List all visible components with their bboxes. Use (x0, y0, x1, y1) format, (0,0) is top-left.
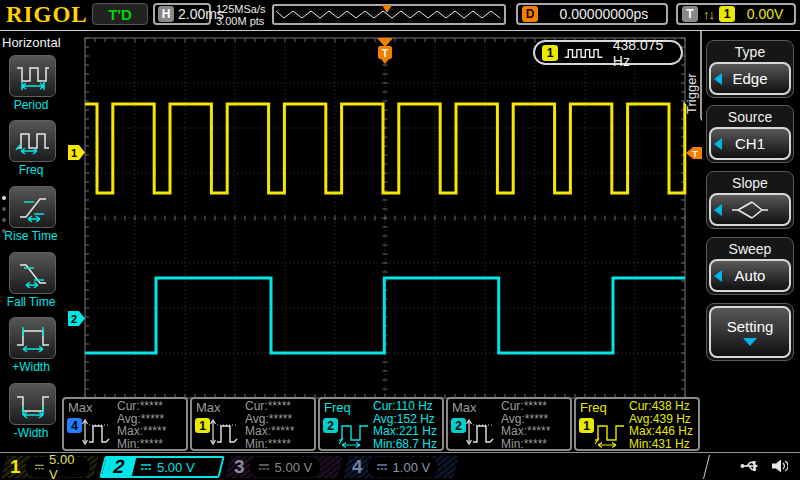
trigger-frequency-badge: 1 438.075 Hz (533, 40, 683, 65)
trigger-status-badge: T'D (92, 3, 148, 25)
measure-panel-max-ch1[interactable]: Max 1 Cur:***** Avg:***** Max:***** Min:… (190, 397, 316, 451)
horizontal-scale-chip[interactable]: H 2.00ms (153, 3, 211, 25)
down-triangle-icon (743, 338, 757, 346)
delay-icon: D (522, 6, 538, 22)
type-edge-button[interactable]: Edge (709, 62, 791, 95)
stat-cur: Cur:110 Hz (373, 400, 437, 413)
freq-measure-icon (337, 416, 371, 448)
trigger-level-marker[interactable]: T (686, 147, 702, 159)
ch2-level-marker[interactable]: 2 (68, 311, 85, 326)
left-triangle-icon (714, 73, 722, 85)
delay-value: 0.00000000ps (546, 6, 662, 22)
bottombar-divider (703, 455, 710, 479)
channel1-scale: 5.00 V (49, 452, 82, 480)
source-ch1-button[interactable]: CH1 (709, 127, 791, 160)
slope-group: Slope (706, 171, 794, 229)
type-label: Type (709, 43, 791, 62)
fall-time-icon (14, 258, 52, 288)
stat-cur: Cur:***** (117, 400, 166, 413)
channel4-box[interactable]: 4 1.00 V (343, 456, 458, 478)
measure-panel-freq-ch1[interactable]: Freq 1 Cur:438 Hz Avg:439 Hz Max:446 Hz … (574, 397, 700, 451)
svg-text:T: T (692, 149, 698, 159)
type-value: Edge (732, 70, 767, 87)
memory-depth: 3.00M pts (216, 15, 266, 27)
dc-coupling-icon (376, 462, 388, 472)
channel1-number: 1 (10, 456, 21, 478)
rise-time-label: Rise Time (0, 229, 62, 243)
sweep-group: Sweep Auto (706, 237, 794, 295)
speaker-icon[interactable] (770, 458, 788, 474)
setting-button[interactable]: Setting (709, 306, 791, 358)
menu-page-dots (2, 196, 6, 233)
type-group: Type Edge (706, 40, 794, 98)
stat-cur: Cur:***** (501, 400, 550, 413)
rise-time-icon (14, 192, 52, 222)
svg-text:T: T (382, 48, 388, 59)
freq-button[interactable] (9, 120, 56, 162)
trigger-level-chip[interactable]: T ↑↓ 1 0.00V (676, 3, 796, 25)
stat-max: Max:***** (117, 425, 166, 438)
trigger-position-marker[interactable]: T (377, 38, 393, 64)
setting-group: Setting (706, 303, 794, 361)
measure-panel-max-ch2[interactable]: Max 2 Cur:***** Avg:***** Max:***** Min:… (446, 397, 572, 451)
rigol-logo: RIGOL (6, 2, 88, 28)
stat-max: Max:***** (501, 425, 550, 438)
slope-label: Slope (709, 174, 791, 193)
channel-badge: 1 (195, 418, 210, 433)
ch1-level-marker[interactable]: 1 (68, 145, 85, 160)
plus-width-icon (14, 323, 52, 353)
channel3-scale: 5.00 V (275, 460, 313, 475)
horizontal-measure-menu: Horizontal Period Freq Rise Time (0, 31, 62, 452)
stat-cur: Cur:438 Hz (629, 400, 693, 413)
max-measure-icon (465, 416, 499, 448)
measure-label: Max (196, 400, 221, 415)
measure-label: Max (68, 400, 93, 415)
trigger-frequency-value: 438.075 Hz (613, 37, 674, 69)
plus-width-button[interactable] (9, 317, 56, 359)
max-measure-icon (209, 416, 243, 448)
preview-trigger-marker-icon[interactable] (382, 5, 392, 13)
period-button[interactable] (9, 55, 56, 97)
slope-button[interactable] (709, 193, 791, 226)
channel3-number: 3 (234, 456, 245, 478)
square-wave-icon (564, 45, 607, 61)
rise-time-button[interactable] (9, 186, 56, 228)
trigger-level-value: 0.00V (740, 6, 790, 22)
fall-time-label: Fall Time (0, 295, 62, 309)
minus-width-button[interactable] (9, 383, 56, 425)
stat-min: Min:431 Hz (629, 438, 693, 451)
trig-badge-channel: 1 (542, 45, 558, 61)
channel4-scale: 1.00 V (393, 460, 431, 475)
channel-status-bar: 1 5.00 V 2 5.00 V (0, 452, 800, 480)
left-triangle-icon (714, 138, 722, 150)
freq-icon (14, 126, 52, 156)
top-status-bar: RIGOL T'D H 2.00ms 125MSa/s 3.00M pts D … (0, 0, 800, 31)
sweep-label: Sweep (709, 240, 791, 259)
stat-max: Max:***** (245, 425, 294, 438)
waveform-traces (85, 104, 685, 353)
waveform-preview[interactable] (272, 4, 506, 25)
source-label: Source (709, 108, 791, 127)
channel-badge: 2 (451, 418, 466, 433)
channel-badge: 1 (579, 418, 594, 433)
sweep-auto-button[interactable]: Auto (709, 259, 791, 292)
channel1-box[interactable]: 1 5.00 V (1, 456, 98, 478)
h-icon: H (158, 6, 174, 22)
period-label: Period (0, 98, 62, 112)
delay-chip[interactable]: D 0.00000000ps (516, 3, 668, 25)
channel-badge: 2 (323, 418, 338, 433)
measure-panel-max-ch4[interactable]: Max 4 Cur:***** Avg:***** Max:***** Min:… (62, 397, 188, 451)
channel2-box[interactable]: 2 5.00 V (99, 456, 224, 478)
trigger-edge-arrows-icon: ↑↓ (703, 7, 714, 22)
fall-time-button[interactable] (9, 252, 56, 294)
period-icon (14, 61, 52, 91)
trigger-menu: Type Edge Source CH1 Slope Sweep (702, 31, 800, 452)
channel4-number: 4 (352, 456, 363, 478)
source-group: Source CH1 (706, 105, 794, 163)
stat-cur: Cur:***** (245, 400, 294, 413)
setting-label: Setting (727, 318, 774, 335)
measure-panel-freq-ch2[interactable]: Freq 2 Cur:110 Hz Avg:152 Hz Max:221 Hz … (318, 397, 444, 451)
channel3-box[interactable]: 3 5.00 V (225, 456, 342, 478)
trigger-tab-label: Trigger (684, 34, 699, 114)
dc-coupling-icon (34, 462, 45, 472)
